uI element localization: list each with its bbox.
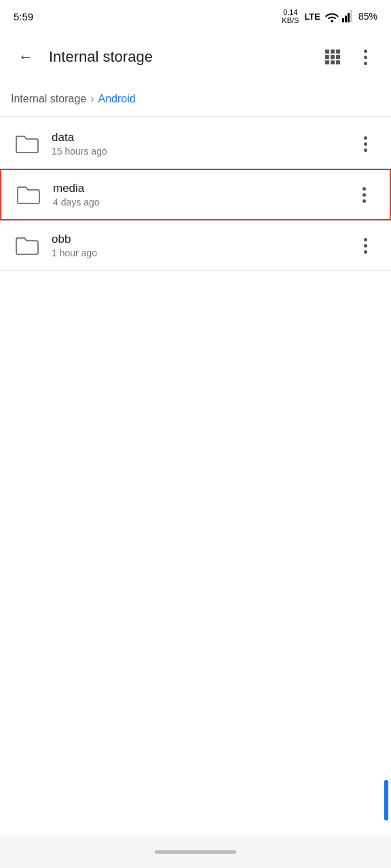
svg-rect-1 — [345, 16, 347, 22]
more-button-obb[interactable] — [350, 231, 380, 260]
more-options-icon — [364, 50, 367, 65]
file-name-media: media — [53, 182, 349, 195]
status-bar: 5:59 0.14 KB/S LTE 85% — [0, 0, 391, 33]
battery-percentage: 85% — [358, 11, 377, 22]
folder-icon-media — [12, 178, 45, 211]
file-date-data: 15 hours ago — [52, 146, 350, 157]
file-date-obb: 1 hour ago — [52, 248, 350, 258]
bottom-bar — [0, 835, 391, 868]
file-item-obb[interactable]: obb 1 hour ago — [0, 221, 391, 270]
svg-rect-3 — [350, 10, 352, 22]
breadcrumb: Internal storage › Android — [0, 81, 391, 117]
data-unit: KB/S — [282, 16, 299, 24]
file-info-media: media 4 days ago — [45, 182, 349, 208]
file-date-media: 4 days ago — [53, 197, 349, 208]
app-bar: ← Internal storage — [0, 33, 391, 81]
file-item-data[interactable]: data 15 hours ago — [0, 119, 391, 168]
app-bar-actions — [318, 42, 380, 72]
breadcrumb-root[interactable]: Internal storage — [11, 93, 86, 105]
status-time: 5:59 — [14, 11, 33, 22]
grid-view-button[interactable] — [318, 42, 348, 72]
file-name-obb: obb — [52, 233, 350, 246]
home-indicator — [155, 850, 236, 854]
breadcrumb-current[interactable]: Android — [98, 93, 136, 105]
more-icon-data — [364, 136, 367, 152]
status-icons: 0.14 KB/S LTE 85% — [282, 8, 377, 24]
breadcrumb-chevron-icon: › — [90, 93, 94, 105]
grid-icon — [325, 50, 340, 64]
back-button[interactable]: ← — [11, 42, 41, 72]
folder-icon-data — [11, 127, 43, 160]
wifi-icon — [324, 10, 339, 22]
more-icon-media — [362, 187, 366, 203]
svg-rect-0 — [342, 18, 344, 22]
lte-icon: LTE — [304, 12, 320, 22]
more-button-media[interactable] — [349, 180, 379, 210]
svg-rect-2 — [348, 13, 350, 22]
back-icon: ← — [18, 48, 33, 66]
file-item-media[interactable]: media 4 days ago — [0, 169, 391, 220]
scroll-indicator — [384, 780, 388, 821]
file-list: data 15 hours ago media 4 days ago — [0, 117, 391, 273]
more-icon-obb — [364, 238, 367, 254]
data-rate: 0.14 — [283, 8, 297, 16]
app-bar-title: Internal storage — [49, 48, 310, 66]
file-info-data: data 15 hours ago — [43, 131, 350, 157]
more-button-data[interactable] — [350, 129, 380, 159]
file-name-data: data — [52, 131, 350, 144]
more-options-button[interactable] — [350, 42, 380, 72]
divider-3 — [0, 270, 391, 271]
file-info-obb: obb 1 hour ago — [43, 233, 350, 258]
signal-icon — [342, 10, 354, 22]
folder-icon-obb — [11, 229, 43, 262]
